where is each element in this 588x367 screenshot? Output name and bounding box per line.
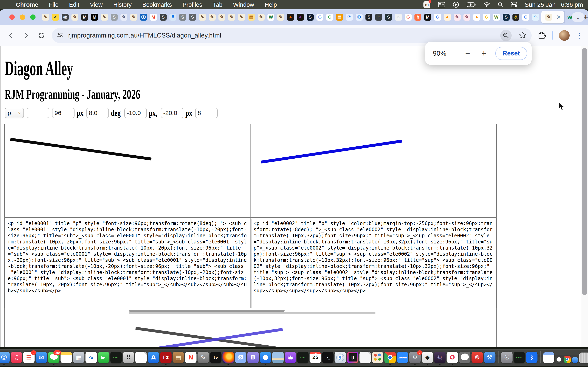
pinned-tab[interactable]: ●	[286, 12, 295, 22]
param-input-6[interactable]	[124, 108, 147, 118]
dock-item-firefox[interactable]	[223, 352, 234, 363]
wifi-icon[interactable]	[484, 1, 490, 8]
dock-item-art-palette[interactable]	[372, 352, 383, 363]
param-input-1[interactable]	[27, 108, 49, 118]
pinned-tab[interactable]: ✎	[71, 12, 79, 22]
pinned-tab[interactable]: M	[424, 12, 432, 22]
menu-chrome[interactable]: Chrome	[16, 1, 38, 8]
zoom-increase-button[interactable]: +	[481, 49, 486, 58]
dock-item-messages[interactable]: 202	[48, 352, 60, 363]
menu-profiles[interactable]: Profiles	[182, 1, 202, 8]
pinned-tab[interactable]: ✎	[277, 12, 285, 22]
dock-item-accessibility[interactable]: ☉	[501, 352, 513, 363]
dock-item-text-doc[interactable]	[135, 352, 147, 363]
pinned-tab[interactable]: S	[306, 12, 314, 22]
dock-item-contacts[interactable]: ▤	[173, 352, 184, 363]
forward-button[interactable]	[22, 31, 30, 40]
param-input-10[interactable]	[195, 108, 218, 118]
pinned-tab[interactable]: ⚙	[355, 12, 363, 22]
dock-item-libreoffice-doc[interactable]	[360, 352, 371, 363]
pinned-tab[interactable]: G	[521, 12, 530, 22]
tab-search-button[interactable]: ⌄	[572, 12, 584, 22]
pinned-tab[interactable]: ✎	[237, 12, 246, 22]
dock-item-preview[interactable]	[272, 352, 284, 363]
pinned-tab[interactable]: ✔	[51, 12, 60, 22]
pinned-tab[interactable]: S	[502, 12, 510, 22]
pinned-tab[interactable]: G	[482, 12, 491, 22]
dock-item-build-app[interactable]: ⚒	[484, 352, 495, 363]
pinned-tab[interactable]: ✎	[130, 12, 138, 22]
pinned-tab[interactable]: ⠿	[169, 12, 177, 22]
play-status-icon[interactable]	[453, 1, 459, 8]
dock-item-trash[interactable]	[579, 352, 588, 363]
pinned-tab[interactable]: M	[90, 12, 99, 22]
pinned-tab[interactable]: G	[404, 12, 412, 22]
dock-item-blocked-app[interactable]: Ø	[235, 352, 246, 363]
dock-item-chart-wave[interactable]: ∿	[86, 352, 97, 363]
pinned-tab[interactable]: S	[159, 12, 167, 22]
pinned-tab[interactable]: ⟳	[345, 12, 354, 22]
pinned-tab[interactable]: G	[433, 12, 442, 22]
param-input-2[interactable]	[52, 108, 75, 118]
back-button[interactable]	[7, 31, 15, 40]
left-code-textarea[interactable]: <p id="ele0001" title="p" style="font-si…	[6, 219, 249, 316]
pinned-tab[interactable]: ◌	[394, 12, 403, 22]
pinned-tab[interactable]: M	[149, 12, 158, 22]
control-center-icon[interactable]	[511, 1, 517, 8]
dock-item-terminal-exec-2[interactable]: EXEC	[297, 352, 309, 363]
menu-help[interactable]: Help	[265, 1, 277, 8]
pinned-tab[interactable]: ●	[443, 12, 452, 22]
horizontal-scrollbar-track[interactable]	[129, 312, 375, 314]
menu-bar-clock[interactable]: Sun 25 Jan 6:36 pm	[525, 1, 583, 8]
dock-item-chrome[interactable]	[384, 352, 396, 363]
dock-item-chrome-mini[interactable]	[564, 356, 571, 363]
pinned-tab[interactable]: ▤	[247, 12, 256, 22]
pinned-tab[interactable]: S	[384, 12, 393, 22]
menu-window[interactable]: Window	[233, 1, 254, 8]
dock-item-inkscape[interactable]: ◆	[422, 352, 433, 363]
zoom-reset-button[interactable]: Reset	[495, 47, 527, 60]
pinned-tab[interactable]: ◔	[374, 12, 383, 22]
dock-item-terminal[interactable]: >_	[322, 352, 334, 363]
pinned-tab[interactable]: ⓘ	[139, 12, 148, 22]
dock-item-reminders[interactable]: ☰3	[23, 352, 35, 363]
pinned-tab[interactable]: W	[267, 12, 275, 22]
close-window-button[interactable]	[9, 15, 15, 20]
dock-item-apple-tv[interactable]: tv	[210, 352, 222, 363]
bookmark-star-icon[interactable]	[519, 31, 527, 40]
zoom-out-page-icon[interactable]	[500, 30, 512, 41]
pinned-tab[interactable]: G	[316, 12, 324, 22]
dock-item-mail[interactable]: ✉	[36, 352, 47, 363]
right-code-textarea[interactable]: <p id="ele0002" title="p" style="color:b…	[251, 219, 495, 316]
dock-item-bluetooth[interactable]: ᛒ	[526, 352, 537, 363]
dock-item-quicktime[interactable]: Q	[335, 352, 346, 363]
dock-item-window-thumbnail[interactable]	[543, 352, 554, 363]
notification-app-icon[interactable]: m	[424, 1, 430, 8]
dock-item-music[interactable]: ♫	[11, 352, 22, 363]
zoom-decrease-button[interactable]: −	[465, 49, 470, 58]
pinned-tab[interactable]: ✎	[227, 12, 236, 22]
pinned-tab[interactable]: ◉	[61, 12, 69, 22]
url-text[interactable]: rjmprogramming.com.au/HTMLCSS/diagon_all…	[68, 32, 221, 39]
menu-history[interactable]: History	[113, 1, 132, 8]
pinned-tab[interactable]: S	[365, 12, 373, 22]
dock-item-facetime[interactable]: ►	[98, 352, 109, 363]
dock-item-terminal-exec[interactable]: EXEC	[111, 352, 122, 363]
dock-item-intellij[interactable]: IJ	[347, 352, 359, 363]
pinned-tab[interactable]: ✎	[120, 12, 128, 22]
param-input-8[interactable]	[161, 108, 183, 118]
pinned-tab[interactable]: S	[178, 12, 187, 22]
keyboard-viewer-icon[interactable]	[438, 1, 445, 8]
dock-item-podcasts[interactable]: ◉	[285, 352, 296, 363]
dock-item-zoom[interactable]: zoom	[397, 352, 408, 363]
dock-item-gimp[interactable]: ✎	[198, 352, 209, 363]
dock-item-safari[interactable]	[260, 352, 271, 363]
pinned-tab[interactable]: ✎	[453, 12, 461, 22]
page-scrollbar-thumb[interactable]	[582, 48, 587, 295]
dock-item-calendar[interactable]: JAN25	[310, 352, 321, 363]
dock-item-tooth-mini[interactable]	[555, 356, 563, 363]
pinned-tab[interactable]: ✎	[100, 12, 109, 22]
pinned-tab[interactable]: M	[80, 12, 89, 22]
dock-item-news[interactable]: N	[185, 352, 197, 363]
menu-edit[interactable]: Edit	[69, 1, 79, 8]
